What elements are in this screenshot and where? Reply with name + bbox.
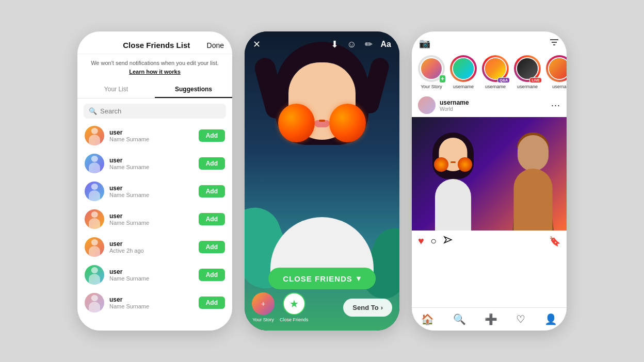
- post-more-button[interactable]: ···: [551, 100, 560, 111]
- post-actions: ♥ ○ 🔖: [412, 231, 567, 250]
- user-sub: Name Surname: [109, 164, 194, 170]
- story-live-badge: LIVE: [529, 77, 542, 83]
- story-item-2[interactable]: username: [450, 55, 477, 89]
- post-username: username: [440, 99, 547, 106]
- text-icon[interactable]: Aa: [381, 40, 391, 49]
- screen-story: ✕ ⬇ ☺ ✏ Aa: [245, 31, 399, 331]
- post-character-man: [505, 127, 561, 231]
- send-to-label: Send To: [352, 304, 378, 311]
- avatar: [85, 154, 104, 173]
- close-icon[interactable]: ✕: [253, 39, 261, 50]
- close-friends-label: CLOSE FRIENDS: [283, 274, 352, 283]
- like-icon[interactable]: ♥: [418, 235, 424, 247]
- search-icon: 🔍: [89, 107, 97, 115]
- search-input[interactable]: [100, 107, 221, 115]
- man-head: [518, 135, 549, 171]
- comment-icon[interactable]: ○: [430, 235, 437, 247]
- post-image-inner: [412, 117, 567, 231]
- cf-notice-text: We won't send notifications when you edi…: [91, 60, 219, 66]
- add-button[interactable]: Add: [199, 297, 225, 309]
- cf-learn-link[interactable]: Learn how it works: [88, 68, 222, 76]
- your-story-label: Your Story: [252, 317, 274, 322]
- user-info: user Name Surname: [109, 185, 194, 198]
- share-icon[interactable]: [443, 235, 453, 248]
- feed-bottom-nav: 🏠 🔍 ➕ ♡ 👤: [412, 307, 567, 331]
- user-sub: Name Surname: [109, 192, 194, 198]
- post-location: World: [440, 106, 547, 112]
- user-name: user: [109, 129, 194, 136]
- cf-tabs: Your List Suggestions: [77, 81, 232, 98]
- add-button[interactable]: Add: [199, 129, 225, 142]
- your-story-item: + Your Story: [252, 292, 275, 322]
- story-label: username: [485, 84, 506, 89]
- story-ring: Q&A: [482, 55, 509, 82]
- glass-bridge: [319, 120, 325, 122]
- post-image: [412, 117, 567, 231]
- stories-row: + Your Story username Q&A: [412, 52, 567, 93]
- add-button[interactable]: Add: [199, 241, 225, 253]
- avatar: [85, 237, 104, 257]
- nav-heart-icon[interactable]: ♡: [516, 313, 525, 325]
- story-item-your[interactable]: + Your Story: [418, 55, 445, 89]
- story-item-4[interactable]: LIVE usermane: [514, 55, 541, 89]
- story-top-bar: ✕ ⬇ ☺ ✏ Aa: [245, 31, 399, 57]
- add-button[interactable]: Add: [199, 185, 225, 198]
- story-avatar-img: [549, 58, 567, 79]
- sticker-icon[interactable]: ☺: [347, 39, 356, 50]
- tab-your-list[interactable]: Your List: [77, 81, 155, 98]
- story-label: Your Story: [421, 84, 442, 89]
- woman-bridge: [450, 161, 456, 163]
- user-info: user Name Surname: [109, 157, 194, 170]
- user-sub: Name Surname: [109, 275, 194, 282]
- tab-suggestions[interactable]: Suggestions: [155, 81, 232, 98]
- user-sub: Name Surname: [109, 136, 194, 142]
- story-avatar-img: [421, 58, 442, 79]
- story-label: userna: [552, 84, 567, 89]
- bookmark-icon[interactable]: 🔖: [549, 236, 560, 247]
- user-name: user: [109, 296, 194, 303]
- post-character-woman: [422, 127, 484, 231]
- add-button[interactable]: Add: [199, 213, 225, 225]
- woman-lens-right: [458, 157, 472, 172]
- avatar: [85, 293, 104, 312]
- avatar: [85, 209, 104, 229]
- nav-search-icon[interactable]: 🔍: [453, 313, 466, 325]
- close-friends-bottom-label: Close Friends: [280, 317, 309, 322]
- your-story-avatar: +: [252, 292, 275, 315]
- filter-icon[interactable]: [549, 38, 559, 49]
- close-friends-icon: ★: [283, 292, 305, 315]
- nav-profile-icon[interactable]: 👤: [544, 313, 557, 325]
- close-friends-item: ★ Close Friends: [280, 292, 309, 322]
- story-qa-badge: Q&A: [497, 77, 510, 83]
- user-info: user Name Surname: [109, 296, 194, 309]
- download-icon[interactable]: ⬇: [331, 39, 339, 50]
- close-friends-story-button[interactable]: CLOSE FRIENDS ▾: [268, 268, 376, 289]
- phone-feed: 📷 + Your Story: [412, 31, 567, 331]
- cf-header: Close Friends List Done: [77, 31, 232, 54]
- story-label: username: [453, 84, 474, 89]
- list-item: user Name Surname Add: [77, 205, 232, 233]
- story-ring: LIVE: [514, 55, 541, 82]
- story-ring-inner: [484, 57, 507, 80]
- send-to-button[interactable]: Send To ›: [343, 299, 392, 317]
- story-avatar-img: [517, 58, 538, 79]
- story-item-3[interactable]: Q&A username: [482, 55, 509, 89]
- cf-notice: We won't send notifications when you edi…: [77, 54, 232, 78]
- nav-home-icon[interactable]: 🏠: [421, 313, 434, 325]
- user-name: user: [109, 268, 194, 275]
- user-info: user Name Surname: [109, 212, 194, 226]
- camera-icon[interactable]: 📷: [419, 38, 430, 49]
- draw-icon[interactable]: ✏: [365, 39, 373, 50]
- avatar: [85, 265, 104, 285]
- avatar: [85, 182, 104, 201]
- user-info: user Name Surname: [109, 268, 194, 282]
- add-button[interactable]: Add: [199, 157, 225, 170]
- star-icon: ★: [289, 298, 299, 310]
- user-info: user Active 2h ago: [109, 240, 194, 254]
- add-button[interactable]: Add: [199, 269, 225, 281]
- story-item-5[interactable]: userna: [546, 55, 567, 89]
- cf-done-button[interactable]: Done: [207, 41, 224, 50]
- user-name: user: [109, 212, 194, 220]
- avatar: [85, 126, 104, 145]
- nav-add-icon[interactable]: ➕: [485, 313, 497, 325]
